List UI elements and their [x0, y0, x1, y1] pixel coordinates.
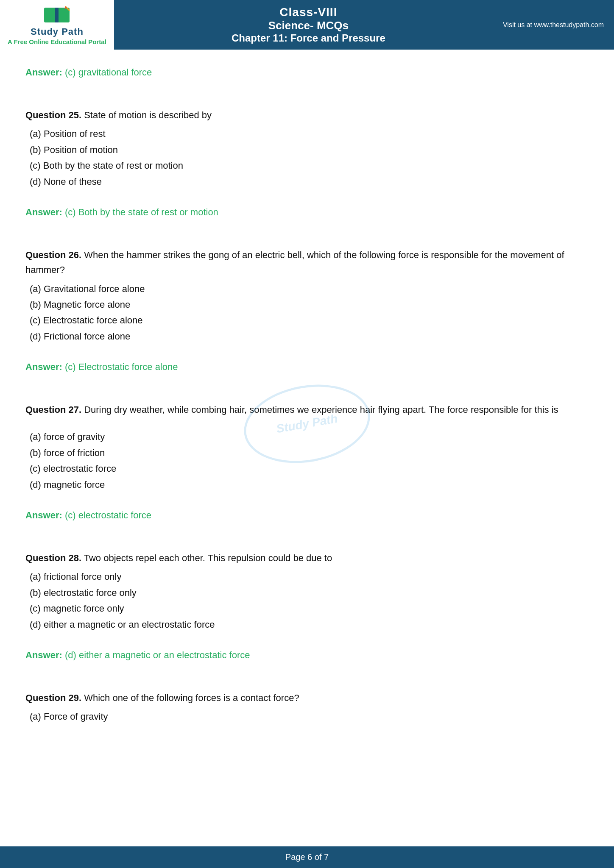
portal-tagline: A Free Online Educational Portal — [8, 38, 106, 45]
answer-28: Answer: (d) either a magnetic or an elec… — [25, 648, 589, 662]
page-header: Study Path A Free Online Educational Por… — [0, 0, 614, 50]
answer-27: Answer: (c) electrostatic force — [25, 508, 589, 523]
q25-num: Question 25. — [25, 110, 81, 120]
q26-opt-b: (b) Magnetic force alone — [30, 297, 589, 312]
q29-body: Which one of the following forces is a c… — [81, 693, 299, 703]
answer-26-text: (c) Electrostatic force alone — [62, 362, 178, 372]
q26-opt-a: (a) Gravitational force alone — [30, 281, 589, 297]
question-26: Question 26. When the hammer strikes the… — [25, 248, 589, 344]
answer-24-text: (c) gravitational force — [62, 67, 152, 78]
q27-opt-a: (a) force of gravity — [30, 429, 589, 445]
answer-24: Answer: (c) gravitational force — [25, 65, 589, 80]
main-content: Answer: (c) gravitational force Question… — [0, 50, 614, 754]
answer-26: Answer: (c) Electrostatic force alone — [25, 359, 589, 374]
answer-25-label: Answer: — [25, 207, 62, 217]
q26-body: When the hammer strikes the gong of an e… — [25, 250, 564, 275]
svg-rect-1 — [58, 8, 70, 22]
page-footer: Page 6 of 7 — [0, 846, 614, 868]
q25-body: State of motion is described by — [81, 110, 212, 120]
answer-28-label: Answer: — [25, 650, 62, 660]
logo-section: Study Path A Free Online Educational Por… — [0, 0, 114, 50]
q28-opt-d: (d) either a magnetic or an electrostati… — [30, 617, 589, 632]
question-28: Question 28. Two objects repel each othe… — [25, 551, 589, 632]
page-number: Page 6 of 7 — [285, 852, 329, 862]
answer-27-text: (c) electrostatic force — [62, 510, 151, 520]
q28-body: Two objects repel each other. This repul… — [81, 553, 332, 563]
q28-text: Question 28. Two objects repel each othe… — [25, 551, 589, 565]
subject-title: Science- MCQs — [114, 19, 503, 32]
q29-text: Question 29. Which one of the following … — [25, 690, 589, 705]
q25-opt-c: (c) Both by the state of rest or motion — [30, 158, 589, 173]
q27-num: Question 27. — [25, 404, 81, 415]
q27-body: During dry weather, while combing hair, … — [81, 404, 558, 415]
question-29: Question 29. Which one of the following … — [25, 690, 589, 725]
visit-text: Visit us at www.thestudypath.com — [503, 21, 614, 29]
chapter-title: Chapter 11: Force and Pressure — [114, 32, 503, 44]
q25-opt-b: (b) Position of motion — [30, 142, 589, 158]
q28-opt-b: (b) electrostatic force only — [30, 585, 589, 601]
q27-opt-b: (b) force of friction — [30, 445, 589, 461]
q28-opt-a: (a) frictional force only — [30, 569, 589, 584]
svg-rect-2 — [55, 8, 59, 22]
q26-opt-d: (d) Frictional force alone — [30, 328, 589, 344]
q27-text: Question 27. During dry weather, while c… — [25, 402, 589, 417]
q26-opt-c: (c) Electrostatic force alone — [30, 312, 589, 328]
logo-image — [40, 4, 74, 25]
question-27: Question 27. During dry weather, while c… — [25, 402, 589, 492]
answer-27-label: Answer: — [25, 510, 62, 520]
q25-opt-d: (d) None of these — [30, 174, 589, 189]
q28-opt-c: (c) magnetic force only — [30, 601, 589, 616]
answer-28-text: (d) either a magnetic or an electrostati… — [62, 650, 250, 660]
answer-25: Answer: (c) Both by the state of rest or… — [25, 205, 589, 220]
q26-num: Question 26. — [25, 250, 81, 260]
answer-24-label: Answer: — [25, 67, 62, 78]
q29-opt-a: (a) Force of gravity — [30, 709, 589, 724]
q28-num: Question 28. — [25, 553, 81, 563]
q27-opt-c: (c) electrostatic force — [30, 461, 589, 476]
logo-text: Study Path — [31, 26, 84, 37]
q25-text: Question 25. State of motion is describe… — [25, 108, 589, 122]
question-25: Question 25. State of motion is describe… — [25, 108, 589, 189]
q25-opt-a: (a) Position of rest — [30, 126, 589, 142]
q26-text: Question 26. When the hammer strikes the… — [25, 248, 589, 277]
header-title-block: Class-VIII Science- MCQs Chapter 11: For… — [114, 1, 503, 48]
answer-26-label: Answer: — [25, 362, 62, 372]
q29-num: Question 29. — [25, 693, 81, 703]
answer-25-text: (c) Both by the state of rest or motion — [62, 207, 218, 217]
q27-opt-d: (d) magnetic force — [30, 477, 589, 492]
class-title: Class-VIII — [114, 6, 503, 19]
svg-rect-0 — [44, 8, 56, 22]
